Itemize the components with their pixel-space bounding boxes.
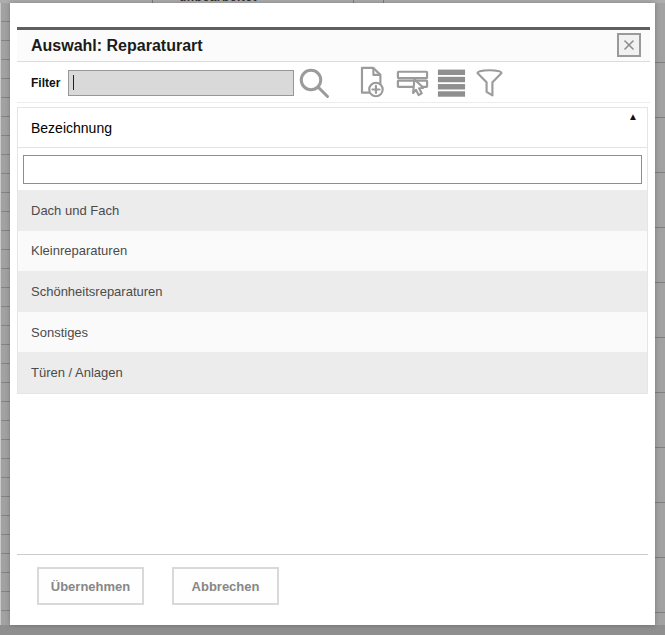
select-row-icon[interactable] xyxy=(396,67,429,98)
add-document-icon[interactable] xyxy=(356,66,387,99)
table-row[interactable]: Dach und Fach xyxy=(18,190,647,231)
rows-icon[interactable] xyxy=(436,67,467,98)
selection-table: Bezeichnung ▲ Dach und Fach Kleinreparat… xyxy=(17,107,648,394)
apply-button[interactable]: Übernehmen xyxy=(37,567,144,605)
footer-divider xyxy=(17,554,648,555)
filter-toolbar: Filter xyxy=(17,63,650,103)
funnel-filter-icon[interactable] xyxy=(474,66,505,99)
cancel-button[interactable]: Abbrechen xyxy=(172,567,279,605)
background-table-left-edge xyxy=(0,3,10,625)
column-header-label: Bezeichnung xyxy=(31,120,112,136)
close-icon xyxy=(621,37,637,53)
close-button[interactable] xyxy=(617,33,641,57)
table-row[interactable]: Kleinreparaturen xyxy=(18,231,647,272)
column-filter-row xyxy=(18,148,647,190)
filter-input[interactable] xyxy=(68,70,294,96)
dialog-titlebar: Auswahl: Reparaturart xyxy=(17,30,650,62)
column-header-bezeichnung[interactable]: Bezeichnung ▲ xyxy=(18,108,647,148)
selection-dialog: Auswahl: Reparaturart Filter xyxy=(10,3,655,625)
sort-ascending-icon[interactable]: ▲ xyxy=(628,112,638,122)
table-row[interactable]: Türen / Anlagen xyxy=(18,352,647,393)
table-row[interactable]: Schönheitsreparaturen xyxy=(18,271,647,312)
column-filter-input[interactable] xyxy=(23,155,642,184)
text-cursor xyxy=(73,75,74,90)
dialog-title: Auswahl: Reparaturart xyxy=(31,37,203,55)
filter-label: Filter xyxy=(31,76,60,90)
table-row[interactable]: Sonstiges xyxy=(18,312,647,353)
background-bottom-bar xyxy=(0,625,665,635)
search-icon[interactable] xyxy=(296,65,332,101)
background-table-right-edge xyxy=(655,3,665,625)
